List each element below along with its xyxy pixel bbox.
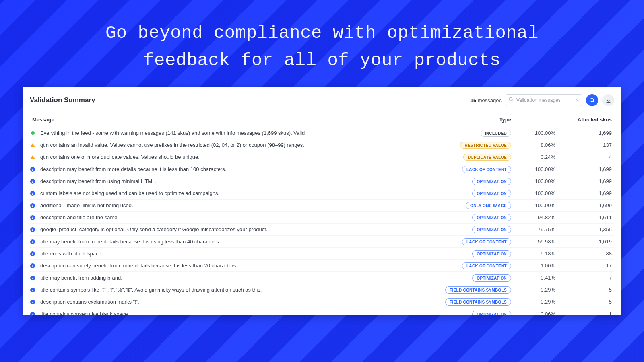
validation-table: Message Type Affected skus Everything in… xyxy=(30,113,614,315)
table-row[interactable]: idescription contains exclamation marks … xyxy=(30,296,614,308)
row-percent: 94.82% xyxy=(514,212,558,224)
info-icon: i xyxy=(30,227,35,232)
success-icon xyxy=(31,131,35,135)
panel-header-controls: 15 messages × xyxy=(471,94,614,106)
row-message: title may benefit from more details beca… xyxy=(40,239,220,245)
type-pill: ONLY ONE IMAGE xyxy=(466,202,511,209)
row-skus: 1,699 xyxy=(558,175,614,187)
table-row[interactable]: icustom labels are not being used and ca… xyxy=(30,187,614,200)
row-percent: 100.00% xyxy=(514,187,558,200)
warning-icon xyxy=(30,155,35,159)
info-icon: i xyxy=(30,179,35,184)
col-header-skus[interactable]: Affected skus xyxy=(558,113,614,127)
row-percent: 79.75% xyxy=(514,224,558,236)
clear-search-icon[interactable]: × xyxy=(576,97,579,103)
row-percent: 100.00% xyxy=(514,127,558,139)
table-row[interactable]: Everything in the feed - some with warni… xyxy=(30,127,614,139)
row-message: gtin contains one or more duplicate valu… xyxy=(40,154,200,160)
row-percent: 1.00% xyxy=(514,260,558,272)
table-row[interactable]: idescription may benefit from more detai… xyxy=(30,163,614,175)
col-header-type[interactable]: Type xyxy=(429,113,514,127)
row-skus: 1,611 xyxy=(558,212,614,224)
row-message: description contains exclamation marks "… xyxy=(40,299,140,305)
table-row[interactable]: gtin contains an invalid value. Values c… xyxy=(30,139,614,151)
row-skus: 7 xyxy=(558,272,614,284)
row-skus: 1,699 xyxy=(558,127,614,139)
row-skus: 1 xyxy=(558,308,614,316)
type-pill: FIELD CONTAINS SYMBOLS xyxy=(445,298,511,306)
type-pill: LACK OF CONTENT xyxy=(462,262,511,269)
row-percent: 0.29% xyxy=(514,296,558,308)
row-skus: 1,019 xyxy=(558,236,614,248)
row-message: description may benefit from more detail… xyxy=(40,166,226,172)
row-percent: 0.24% xyxy=(514,151,558,163)
row-percent: 5.18% xyxy=(514,248,558,260)
download-button[interactable] xyxy=(602,94,614,106)
row-percent: 59.98% xyxy=(514,236,558,248)
row-message: title contains symbols like "?","!","%",… xyxy=(40,287,262,293)
info-icon: i xyxy=(30,203,35,208)
search-icon xyxy=(509,97,514,103)
panel-title: Validation Summary xyxy=(30,96,95,104)
validation-summary-panel: Validation Summary 15 messages × xyxy=(23,87,621,315)
message-count-label: messages xyxy=(478,97,502,103)
table-row[interactable]: ititle ends with blank space.OPTIMIZATIO… xyxy=(30,248,614,260)
row-percent: 8.06% xyxy=(514,139,558,151)
row-message: Everything in the feed - some with warni… xyxy=(40,130,305,136)
table-row[interactable]: ititle may benefit from more details bec… xyxy=(30,236,614,248)
row-skus: 1,699 xyxy=(558,200,614,212)
table-row[interactable]: iadditional_image_link is not being used… xyxy=(30,200,614,212)
info-icon: i xyxy=(30,300,35,304)
table-row[interactable]: igoogle_product_category is optional. On… xyxy=(30,224,614,236)
info-icon: i xyxy=(30,312,35,316)
info-icon: i xyxy=(30,288,35,292)
table-row[interactable]: ititle contains symbols like "?","!","%"… xyxy=(30,284,614,296)
warning-icon xyxy=(30,143,35,147)
message-count: 15 messages xyxy=(471,97,502,103)
info-icon: i xyxy=(30,276,35,280)
type-pill: DUPLICATE VALUE xyxy=(463,154,511,161)
type-pill: OPTIMIZATION xyxy=(472,250,511,257)
table-row[interactable]: ititle contains consecutive blank space.… xyxy=(30,308,614,316)
type-pill: INCLUDED xyxy=(481,130,511,137)
row-message: title ends with blank space. xyxy=(40,251,103,257)
table-row[interactable]: idescription may benefit from using mini… xyxy=(30,175,614,187)
info-icon: i xyxy=(30,263,35,268)
search-button[interactable] xyxy=(586,94,598,106)
row-percent: 100.00% xyxy=(514,200,558,212)
panel-header: Validation Summary 15 messages × xyxy=(30,94,614,106)
info-icon: i xyxy=(30,239,35,244)
row-skus: 1,699 xyxy=(558,163,614,175)
row-message: additional_image_link is not being used. xyxy=(40,202,133,208)
row-skus: 137 xyxy=(558,139,614,151)
message-count-number: 15 xyxy=(471,97,476,103)
type-pill: OPTIMIZATION xyxy=(472,214,511,221)
search-input-wrap[interactable]: × xyxy=(506,94,582,106)
info-icon: i xyxy=(30,191,35,196)
type-pill: OPTIMIZATION xyxy=(472,190,511,197)
row-percent: 0.06% xyxy=(514,308,558,316)
table-row[interactable]: idescription and title are the same.OPTI… xyxy=(30,212,614,224)
type-pill: OPTIMIZATION xyxy=(472,178,511,185)
row-message: title contains consecutive blank space. xyxy=(40,311,129,315)
search-input[interactable] xyxy=(516,97,571,103)
info-icon: i xyxy=(30,167,35,172)
type-pill: OPTIMIZATION xyxy=(472,274,511,282)
row-message: google_product_category is optional. Onl… xyxy=(40,226,267,232)
table-row[interactable]: gtin contains one or more duplicate valu… xyxy=(30,151,614,163)
type-pill: OPTIMIZATION xyxy=(472,311,511,316)
row-skus: 5 xyxy=(558,284,614,296)
row-message: title may benefit from adding brand. xyxy=(40,275,122,281)
table-row[interactable]: ititle may benefit from adding brand.OPT… xyxy=(30,272,614,284)
row-percent: 0.29% xyxy=(514,284,558,296)
type-pill: RESTRICTED VALUE xyxy=(460,142,511,149)
col-header-message[interactable]: Message xyxy=(30,113,429,127)
row-message: custom labels are not being used and can… xyxy=(40,190,219,196)
table-row[interactable]: idescription can surely benefit from mor… xyxy=(30,260,614,272)
type-pill: LACK OF CONTENT xyxy=(462,238,511,245)
row-skus: 1,355 xyxy=(558,224,614,236)
row-percent: 0.41% xyxy=(514,272,558,284)
row-message: description can surely benefit from more… xyxy=(40,263,237,269)
type-pill: FIELD CONTAINS SYMBOLS xyxy=(445,286,511,294)
info-icon: i xyxy=(30,251,35,256)
